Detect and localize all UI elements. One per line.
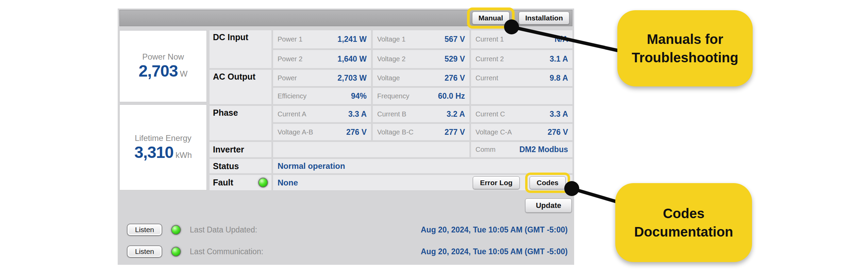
fault-text: None [278,178,298,188]
power-now-value: 2,703 [139,62,178,80]
cell-empty [471,88,572,104]
cell-value: 1,241 W [337,35,367,44]
last-data-updated-row: Listen Last Data Updated: Aug 20, 2024, … [119,224,572,236]
cell-inverter-empty [273,142,469,157]
lifetime-energy-card: Lifetime Energy 3,310 kWh [119,104,207,190]
last-communication-row: Listen Last Communication: Aug 20, 2024,… [119,245,572,258]
power-now-card: Power Now 2,703 W [119,30,207,102]
cell-value: 2,703 W [337,74,367,83]
cell-label: Voltage [377,74,400,82]
cell-label: Voltage B-C [377,128,414,136]
cell-value: 529 V [445,54,465,64]
section-phase: Phase [210,106,271,140]
lifetime-energy-title: Lifetime Energy [135,133,191,143]
cell-label: Efficiency [278,92,306,100]
cell-voltage-bc: Voltage B-C 277 V [373,124,469,140]
cell-label: Power 2 [278,55,302,63]
lifetime-energy-unit: kWh [176,150,192,160]
cell-value: 1,640 W [337,54,367,64]
cell-label: Comm [475,146,496,153]
inverter-status-panel: Manual Installation Power Now 2,703 W Li… [118,9,574,265]
cell-label: Voltage 1 [377,35,405,43]
section-fault: Fault [210,175,271,190]
power-now-title: Power Now [142,52,184,62]
cell-current-b: Current B 3.2 A [373,106,469,122]
cell-value: 94% [351,92,367,101]
comm-ok-led-icon [171,247,181,257]
manuals-callout-bubble: Manuals for Troubleshooting [617,10,753,86]
cell-status-value: Normal operation [273,159,572,173]
manual-highlight-ring: Manual [467,7,515,29]
last-communication-label: Last Communication: [190,247,263,256]
cell-ac-current: Current 9.8 A [471,70,572,86]
listen-data-button[interactable]: Listen [127,224,162,236]
cell-efficiency: Efficiency 94% [273,88,371,104]
cell-label: Voltage 2 [377,55,405,63]
lifetime-energy-value: 3,310 [134,143,173,162]
error-log-button[interactable]: Error Log [473,176,520,189]
section-ac-output: AC Output [210,70,271,104]
cell-current-c: Current C 3.3 A [471,106,572,122]
cell-label: Voltage C-A [475,128,512,136]
power-now-unit: W [180,69,188,79]
cell-current-a: Current A 3.3 A [273,106,371,122]
cell-label: Voltage A-B [278,128,313,136]
codes-callout-line [572,189,617,202]
cell-label: Current B [377,110,406,118]
installation-button[interactable]: Installation [519,12,569,25]
update-button[interactable]: Update [525,198,572,213]
cell-label: Current 1 [475,35,504,43]
section-inverter: Inverter [210,142,271,157]
codes-callout-bubble: Codes Documentation [615,183,752,262]
listen-comm-button[interactable]: Listen [127,245,162,258]
cell-ac-power: Power 2,703 W [273,70,371,86]
cell-label: Current C [475,110,505,118]
cell-value: 3.3 A [348,110,367,119]
last-communication-timestamp: Aug 20, 2024, Tue 10:05 AM (GMT -5:00) [421,247,568,256]
cell-label: Frequency [377,92,410,100]
cell-power-2: Power 2 1,640 W [273,50,371,68]
cell-fault-value: None Error Log Codes [273,175,572,190]
panel-toolbar: Manual Installation [119,10,572,26]
cell-value: 276 V [548,128,568,137]
cell-value: DM2 Modbus [519,145,568,154]
data-ok-led-icon [171,225,181,235]
cell-power-1: Power 1 1,241 W [273,30,371,48]
cell-value: 3.3 A [550,110,568,119]
fault-label: Fault [213,178,233,188]
cell-ac-voltage: Voltage 276 V [373,70,469,86]
panel-content: Power Now 2,703 W Lifetime Energy 3,310 … [119,30,572,190]
cell-value: N/A [554,35,568,44]
cell-voltage-2: Voltage 2 529 V [373,50,469,68]
section-dc-input: DC Input [210,30,271,68]
cell-label: Current A [278,110,306,118]
status-text: Normal operation [278,161,345,171]
cell-value: 277 V [445,128,465,137]
cell-frequency: Frequency 60.0 Hz [373,88,469,104]
cell-voltage-1: Voltage 1 567 V [373,30,469,48]
cell-label: Current 2 [475,55,504,63]
cell-value: 567 V [445,35,465,44]
codes-highlight-ring: Codes [525,173,570,193]
cell-label: Power 1 [278,35,302,43]
manual-button[interactable]: Manual [472,12,510,25]
cell-current-2: Current 2 3.1 A [471,50,572,68]
cell-label: Current [475,74,498,82]
cell-voltage-ca: Voltage C-A 276 V [471,124,572,140]
cell-value: 9.8 A [550,74,568,83]
readings-table: DC Input AC Output Phase Inverter Status… [210,30,572,190]
fault-ok-led-icon [258,178,268,188]
cell-voltage-ab: Voltage A-B 276 V [273,124,371,140]
last-data-updated-label: Last Data Updated: [190,225,257,234]
screenshot-stage: Manual Installation Power Now 2,703 W Li… [0,0,868,275]
codes-button[interactable]: Codes [530,176,566,189]
cell-current-1: Current 1 N/A [471,30,572,48]
update-row: Update [119,198,572,213]
cell-value: 3.1 A [550,54,568,64]
cell-value: 60.0 Hz [438,92,465,101]
section-status: Status [210,159,271,173]
cell-comm: Comm DM2 Modbus [471,142,572,157]
cell-label: Power [278,74,297,82]
cell-value: 276 V [346,128,367,137]
cell-value: 3.2 A [447,110,465,119]
